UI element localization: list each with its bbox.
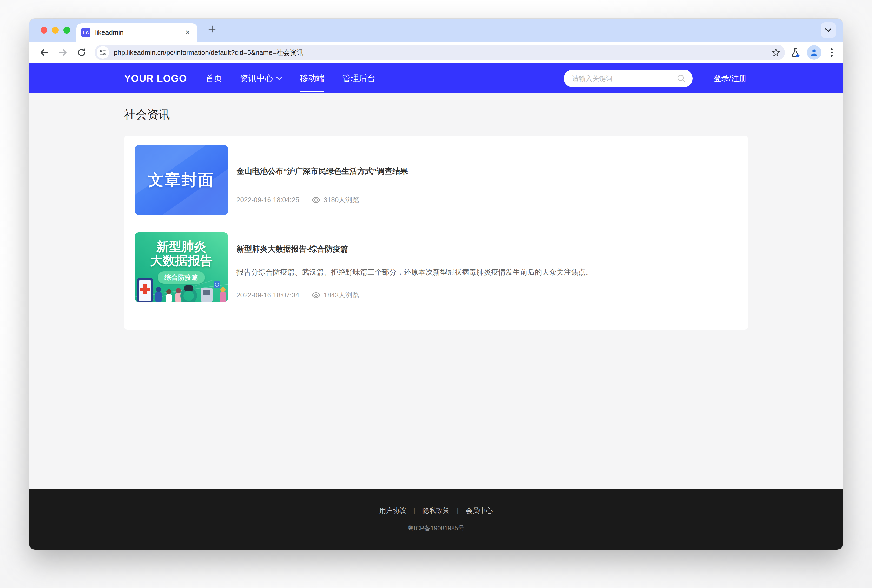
site-settings-icon[interactable] (97, 46, 109, 59)
icp-record-number: 粤ICP备19081985号 (408, 524, 465, 532)
search-icon[interactable] (677, 74, 686, 85)
article-thumbnail[interactable]: 新型肺炎 大数据报告 综合防疫篇 (135, 232, 228, 302)
tab-favicon: LA (81, 28, 90, 37)
browser-window: LA likeadmin ✕ (29, 19, 843, 549)
close-window-button[interactable] (41, 27, 47, 33)
footer-link-user-agreement[interactable]: 用户协议 (379, 506, 407, 515)
article-date: 2022-09-16 18:04:25 (236, 196, 299, 204)
url-bar[interactable]: php.likeadmin.cn/pc/information/default?… (95, 45, 785, 60)
article-views: 3180人浏览 (324, 195, 359, 204)
article-item[interactable]: 新型肺炎 大数据报告 综合防疫篇 (135, 222, 737, 302)
forward-icon[interactable] (55, 45, 71, 60)
active-nav-underline (300, 91, 324, 93)
article-description: 报告分综合防疫篇、武汉篇、拒绝野味篇三个部分，还原本次新型冠状病毒肺炎疫情发生前… (236, 267, 737, 277)
nav-item-home[interactable]: 首页 (206, 70, 222, 87)
toolbar-right-icons (790, 45, 836, 60)
window-controls (41, 19, 70, 42)
article-thumbnail[interactable]: 文章封面 (135, 145, 228, 215)
tab-strip: LA likeadmin ✕ (29, 19, 843, 42)
page-title: 社会资讯 (124, 107, 748, 122)
site-navbar: YOUR LOGO 首页 资讯中心 移动端 (29, 63, 843, 93)
url-text[interactable]: php.likeadmin.cn/pc/information/default?… (114, 48, 771, 57)
nav-item-news-center[interactable]: 资讯中心 (240, 70, 282, 87)
search-input[interactable] (564, 70, 693, 87)
tab-title: likeadmin (95, 28, 183, 37)
browser-menu-icon[interactable] (828, 47, 836, 58)
article-item[interactable]: 文章封面 金山电池公布“沪广深市民绿色生活方式”调查结果 2022-09-16 … (135, 136, 737, 215)
login-register-link[interactable]: 登录/注册 (713, 73, 747, 84)
main-menu: 首页 资讯中心 移动端 管理后台 (206, 70, 375, 87)
footer-link-member-center[interactable]: 会员中心 (465, 506, 493, 515)
article-views: 1843人浏览 (324, 291, 359, 300)
eye-icon (312, 196, 320, 203)
article-title[interactable]: 新型肺炎大数据报告-综合防疫篇 (236, 244, 737, 255)
page-main: 社会资讯 文章封面 金山电池公布“沪广深市民绿色生活方式”调查结果 2022-0… (29, 93, 843, 489)
bookmark-star-icon[interactable] (771, 48, 781, 57)
back-icon[interactable] (36, 45, 52, 60)
nav-item-admin[interactable]: 管理后台 (342, 70, 375, 87)
chevron-down-icon (276, 76, 282, 80)
article-meta: 2022-09-16 18:04:25 3180人浏览 (236, 195, 737, 204)
site-footer: 用户协议 | 隐私政策 | 会员中心 粤ICP备19081985号 (29, 489, 843, 549)
profile-avatar[interactable] (807, 45, 821, 60)
article-list-card: 文章封面 金山电池公布“沪广深市民绿色生活方式”调查结果 2022-09-16 … (124, 136, 748, 330)
new-tab-icon[interactable] (208, 25, 216, 35)
browser-toolbar: php.likeadmin.cn/pc/information/default?… (29, 42, 843, 63)
site-search (564, 70, 693, 87)
eye-icon (312, 292, 320, 298)
minimize-window-button[interactable] (52, 27, 59, 33)
zoom-window-button[interactable] (63, 27, 70, 33)
reload-icon[interactable] (74, 45, 89, 60)
thumbnail-text: 新型肺炎 (135, 240, 228, 254)
article-date: 2022-09-16 18:07:34 (236, 291, 299, 299)
article-meta: 2022-09-16 18:07:34 1843人浏览 (236, 291, 737, 300)
screenshot-stage: LA likeadmin ✕ (0, 0, 872, 588)
article-title[interactable]: 金山电池公布“沪广深市民绿色生活方式”调查结果 (236, 166, 737, 177)
footer-link-privacy-policy[interactable]: 隐私政策 (422, 506, 450, 515)
experiments-flask-icon[interactable] (790, 47, 800, 58)
tab-search-chevron-icon[interactable] (821, 22, 836, 38)
nav-item-mobile[interactable]: 移动端 (300, 70, 324, 87)
thumbnail-text: 大数据报告 (135, 254, 228, 268)
thumbnail-illustration (135, 278, 228, 302)
thumbnail-text: 文章封面 (148, 170, 215, 190)
site-logo[interactable]: YOUR LOGO (124, 73, 187, 84)
tab-close-icon[interactable]: ✕ (183, 28, 192, 37)
browser-tab[interactable]: LA likeadmin ✕ (77, 23, 198, 42)
